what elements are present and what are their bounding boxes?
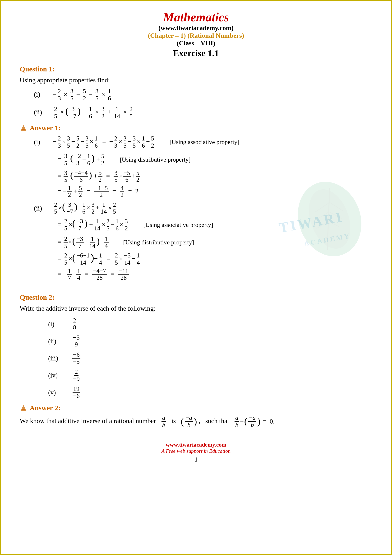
footer: www.tiwariacademy.com A Free web support… (20, 438, 372, 463)
header: Mathematics (www.tiwariacademy.com) (Cha… (20, 10, 372, 58)
question-1-label: Question 1: (20, 65, 372, 73)
answer-1-ii-solution: (ii) 25×(3−7)−16×32+114×25 = 25×(−37) +1… (34, 201, 372, 281)
q2-item-iii: (iii) −6−5 (48, 351, 372, 365)
ans1-ii-row5: = −17−14 = −4−728 = −1128 (58, 268, 372, 281)
q1-ii-math: 25 × (3−7) − 16 × 32 + 114 × 25 (53, 105, 134, 120)
q2-item-ii: (ii) −59 (48, 334, 372, 348)
q2-item-i: (i) 28 (48, 317, 372, 331)
note-assoc-1: [Using associative property] (170, 139, 240, 146)
class-subtitle: (Class – VIII) (20, 39, 372, 47)
page: Mathematics (www.tiwariacademy.com) (Cha… (0, 0, 392, 555)
ans1-i-row3: = 35 (−4−46) +52 = 35×−56+52 (58, 170, 372, 183)
q2-item-iv: (iv) 2−9 (48, 368, 372, 382)
ans1-ii-row2: = 25×(−37) +114×25−16×32 [Using associat… (34, 217, 372, 233)
exercise-title: Exercise 1.1 (20, 48, 372, 58)
ans1-ii-row1: (ii) 25×(3−7)−16×32+114×25 (34, 201, 372, 215)
answer-2-text: We know that additive inverse of a ratio… (20, 414, 372, 429)
q1-ii-label: (ii) (34, 105, 53, 120)
website-subtitle: (www.tiwariacademy.com) (20, 24, 372, 32)
ans1-i-row1: (i) −23×35+52−35×16 = −23×35−35×16+52 [U… (34, 134, 372, 150)
answer-2-icon (20, 404, 27, 412)
question-2-label: Question 2: (20, 293, 372, 301)
question-1-items: (i) −23 × 35 + 52 − 35 × 16 (ii) 25 × (3… (34, 87, 372, 120)
q1-item-ii: (ii) 25 × (3−7) − 16 × 32 + 114 × 25 (34, 105, 372, 120)
q1-i-label: (i) (34, 87, 53, 102)
ans1-i-row2: = 35 (−23−16) +52 [Using distributive pr… (34, 151, 372, 168)
note-distrib-2: [Using distributive property] (123, 239, 194, 246)
note-distrib-1: [Using distributive property] (120, 156, 191, 163)
svg-rect-0 (22, 129, 25, 130)
ans1-i-row4: = −12 +52 = −1+52 = 42 = 2 (58, 185, 372, 199)
q2-item-v: (v) 19−6 (48, 386, 372, 399)
ans1-i-eq1: (i) −23×35+52−35×16 = −23×35−35×16+52 (34, 135, 155, 149)
page-title: Mathematics (20, 10, 372, 24)
footer-tagline: A Free web support in Education (20, 448, 372, 454)
footer-page-number: 1 (20, 456, 372, 463)
question-1-text: Using appropriate properties find: (20, 75, 372, 86)
ans1-ii-row4: = 25×(−6+114)−14 = 25×−514−14 (58, 252, 372, 266)
q1-i-math: −23 × 35 + 52 − 35 × 16 (53, 87, 112, 102)
question-2-text: Write the additive inverse of each of th… (20, 303, 372, 314)
q1-item-i: (i) −23 × 35 + 52 − 35 × 16 (34, 87, 372, 102)
answer-1-label: Answer 1: (20, 124, 372, 132)
answer-2-label: Answer 2: (20, 404, 372, 412)
ans1-ii-row3: = 25×(−37+114)−14 [Using distributive pr… (34, 234, 372, 251)
svg-rect-10 (22, 409, 25, 409)
question-2-items: (i) 28 (ii) −59 (iii) −6−5 (iv) 2−9 (v) … (48, 317, 372, 400)
answer-1-i-solution: (i) −23×35+52−35×16 = −23×35−35×16+52 [U… (34, 134, 372, 199)
answer-icon (20, 124, 27, 132)
footer-website: www.tiwariacademy.com (20, 442, 372, 448)
note-assoc-2: [Using associative property] (143, 221, 213, 228)
chapter-subtitle: (Chapter – 1) (Rational Numbers) (20, 32, 372, 39)
